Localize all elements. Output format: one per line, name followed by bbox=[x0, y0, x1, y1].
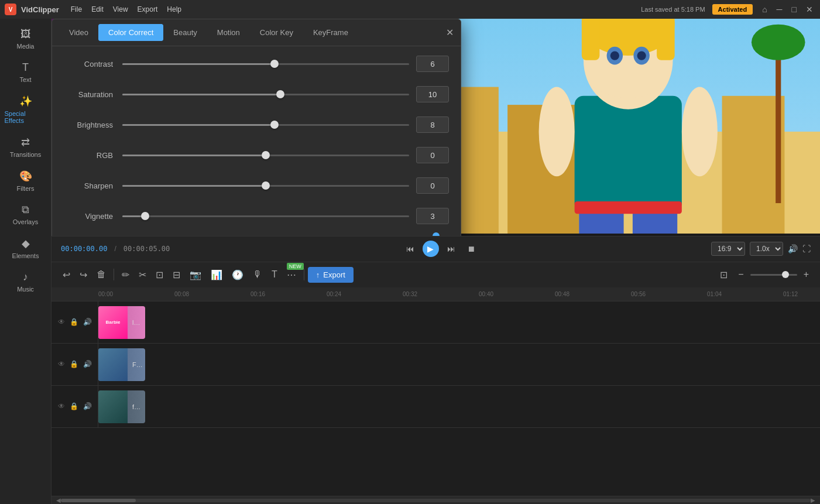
zoom-fit-button[interactable]: ⊡ bbox=[716, 266, 732, 283]
timeline-scroll-thumb[interactable] bbox=[61, 499, 136, 502]
stop-button[interactable]: ⏹ bbox=[464, 242, 479, 256]
tab-video[interactable]: Video bbox=[59, 24, 98, 41]
sidebar-item-music[interactable]: ♪ Music bbox=[2, 266, 49, 297]
activated-button[interactable]: Activated bbox=[712, 4, 753, 15]
track-1-visibility[interactable]: 👁 bbox=[57, 317, 66, 327]
preview-right: Barbie bbox=[436, 19, 821, 236]
vignette-slider[interactable] bbox=[122, 210, 409, 222]
track-3-visibility[interactable]: 👁 bbox=[57, 401, 66, 412]
delete-button[interactable]: 🗑 bbox=[92, 266, 110, 283]
clip-barbie[interactable]: Barbie logo-bar... bbox=[98, 306, 145, 339]
tab-color-key[interactable]: Color Key bbox=[250, 24, 303, 41]
track-content-1[interactable]: Barbie logo-bar... bbox=[98, 301, 820, 343]
contrast-value[interactable] bbox=[416, 56, 449, 72]
time-separator: / bbox=[114, 245, 116, 253]
fullscreen-icon[interactable]: ⛶ bbox=[802, 244, 811, 253]
menu-edit[interactable]: Edit bbox=[91, 5, 104, 13]
sidebar-label-special-effects: Special Effects bbox=[5, 110, 47, 124]
snapshot-button[interactable]: 📷 bbox=[186, 266, 205, 283]
vignette-input[interactable] bbox=[417, 212, 448, 221]
next-frame-button[interactable]: ⏭ bbox=[444, 242, 459, 256]
timeline-scroll-right[interactable]: ▶ bbox=[811, 497, 815, 503]
zoom-select[interactable]: 1.0x 0.5x 2.0x bbox=[750, 242, 783, 256]
saturation-slider[interactable] bbox=[122, 88, 409, 100]
export-button[interactable]: ↑ Export bbox=[308, 267, 354, 283]
voice-button[interactable]: 🎙 bbox=[249, 266, 266, 283]
tts-button[interactable]: T bbox=[267, 266, 282, 283]
track-content-3[interactable]: fotor-ai-... bbox=[98, 386, 820, 427]
track-1-audio[interactable]: 🔊 bbox=[82, 317, 93, 327]
undo-button[interactable]: ↩ bbox=[59, 266, 74, 283]
speed-button[interactable]: 📊 bbox=[207, 266, 227, 283]
saturation-value[interactable] bbox=[416, 86, 449, 102]
track-1-lock[interactable]: 🔒 bbox=[68, 317, 80, 327]
export-icon: ↑ bbox=[316, 270, 320, 279]
sharpen-input[interactable] bbox=[417, 181, 448, 190]
track-content-2[interactable]: Fg6Lp9P... bbox=[98, 344, 820, 385]
tab-motion[interactable]: Motion bbox=[207, 24, 250, 41]
timeline-scroll-track[interactable] bbox=[61, 499, 811, 502]
contrast-input[interactable] bbox=[417, 60, 448, 68]
tab-beauty[interactable]: Beauty bbox=[163, 24, 207, 41]
sharpen-value[interactable] bbox=[416, 177, 449, 194]
empty-track-area bbox=[52, 428, 820, 463]
sharpen-slider[interactable] bbox=[122, 180, 409, 191]
maximize-icon[interactable]: □ bbox=[790, 5, 799, 14]
track-2-audio[interactable]: 🔊 bbox=[82, 359, 93, 369]
sidebar-item-media[interactable]: 🖼 Media bbox=[2, 23, 49, 54]
vignette-value[interactable] bbox=[416, 208, 449, 224]
sidebar-item-elements[interactable]: ◆ Elements bbox=[2, 232, 49, 264]
rgb-value[interactable] bbox=[416, 147, 449, 163]
split-button[interactable]: ✂ bbox=[135, 266, 150, 283]
brightness-value[interactable] bbox=[416, 116, 449, 133]
clip-fg[interactable]: Fg6Lp9P... bbox=[98, 348, 145, 381]
brightness-slider[interactable] bbox=[122, 119, 409, 131]
timeline-scroll-left[interactable]: ◀ bbox=[56, 497, 61, 503]
menu-export[interactable]: Export bbox=[138, 5, 158, 13]
rgb-input[interactable] bbox=[417, 151, 448, 160]
saturation-input[interactable] bbox=[417, 90, 448, 99]
brightness-input[interactable] bbox=[417, 121, 448, 129]
overlays-icon: ⧉ bbox=[22, 204, 29, 216]
sidebar-item-text[interactable]: T Text bbox=[2, 57, 49, 88]
close-icon[interactable]: ✕ bbox=[804, 5, 815, 14]
detach-button[interactable]: ⊟ bbox=[169, 266, 184, 283]
track-2-lock[interactable]: 🔒 bbox=[68, 359, 80, 369]
prev-frame-button[interactable]: ⏮ bbox=[403, 242, 418, 256]
zoom-in-button[interactable]: + bbox=[800, 266, 813, 283]
svg-rect-37 bbox=[574, 201, 681, 214]
tab-keyframe[interactable]: KeyFrame bbox=[303, 24, 358, 41]
ruler-mark-1: 00:08 bbox=[174, 291, 251, 297]
sidebar-item-special-effects[interactable]: ✨ Special Effects bbox=[2, 90, 49, 129]
new-badge: NEW bbox=[287, 263, 304, 270]
home-icon[interactable]: ⌂ bbox=[760, 5, 769, 14]
zoom-slider[interactable] bbox=[750, 274, 797, 276]
sharpen-row: Sharpen bbox=[64, 177, 449, 194]
menu-view[interactable]: View bbox=[113, 5, 128, 13]
sidebar-item-transitions[interactable]: ⇄ Transitions bbox=[2, 131, 49, 163]
crop-button[interactable]: ⊡ bbox=[152, 266, 167, 283]
track-2-visibility[interactable]: 👁 bbox=[57, 359, 66, 369]
play-button[interactable]: ▶ bbox=[423, 241, 439, 257]
tab-color-correct[interactable]: Color Correct bbox=[98, 24, 163, 41]
contrast-slider[interactable] bbox=[122, 58, 409, 70]
redo-button[interactable]: ↪ bbox=[76, 266, 91, 283]
vignette-label: Vignette bbox=[64, 212, 122, 221]
menu-help[interactable]: Help bbox=[167, 5, 181, 13]
saturation-row: Saturation bbox=[64, 86, 449, 102]
duration-button[interactable]: 🕐 bbox=[228, 266, 248, 283]
aspect-ratio-select[interactable]: 16:9 4:3 1:1 9:16 bbox=[711, 242, 745, 256]
sidebar-item-filters[interactable]: 🎨 Filters bbox=[2, 165, 49, 197]
modal-close-button[interactable]: ✕ bbox=[446, 28, 454, 37]
clip-foto[interactable]: fotor-ai-... bbox=[98, 390, 145, 423]
sidebar-item-overlays[interactable]: ⧉ Overlays bbox=[2, 199, 49, 230]
menu-file[interactable]: File bbox=[71, 5, 82, 13]
svg-point-23 bbox=[751, 25, 805, 60]
volume-icon[interactable]: 🔊 bbox=[788, 244, 798, 253]
minimize-icon[interactable]: ─ bbox=[774, 5, 785, 14]
track-3-audio[interactable]: 🔊 bbox=[82, 401, 93, 412]
track-3-lock[interactable]: 🔒 bbox=[68, 401, 80, 412]
edit-button[interactable]: ✏ bbox=[118, 266, 133, 283]
zoom-out-button[interactable]: − bbox=[734, 266, 747, 283]
rgb-slider[interactable] bbox=[122, 149, 409, 161]
